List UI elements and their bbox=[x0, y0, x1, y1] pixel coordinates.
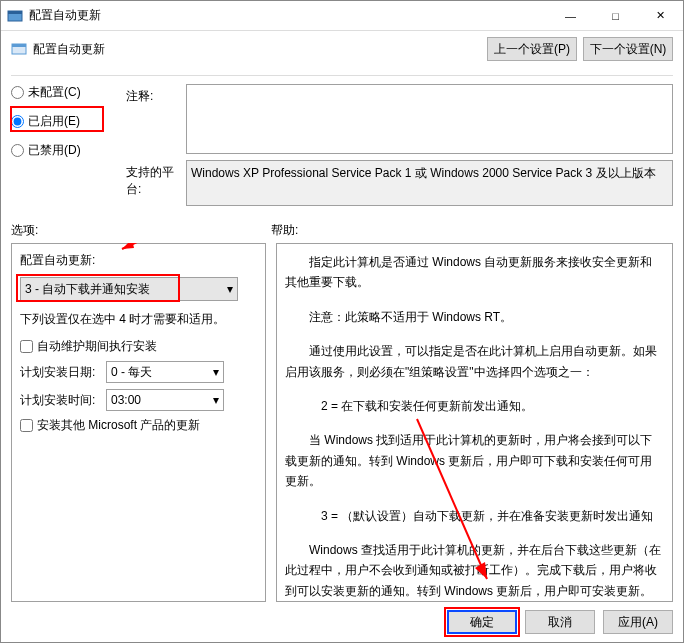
ok-button[interactable]: 确定 bbox=[447, 610, 517, 634]
sched-time-dropdown[interactable]: 03:00 ▾ bbox=[106, 389, 224, 411]
help-p6: 3 = （默认设置）自动下载更新，并在准备安装更新时发出通知 bbox=[285, 506, 664, 526]
svg-line-4 bbox=[122, 243, 187, 249]
help-p3: 通过使用此设置，可以指定是否在此计算机上启用自动更新。如果启用该服务，则必须在"… bbox=[285, 341, 664, 382]
minimize-button[interactable]: — bbox=[548, 1, 593, 31]
apply-button[interactable]: 应用(A) bbox=[603, 610, 673, 634]
policy-title: 配置自动更新 bbox=[33, 41, 105, 58]
window-title: 配置自动更新 bbox=[29, 7, 548, 24]
chevron-down-icon: ▾ bbox=[213, 365, 219, 379]
annotation-highlight-dropdown bbox=[16, 274, 180, 302]
sched-time-label: 计划安装时间: bbox=[20, 392, 98, 409]
titlebar: 配置自动更新 — □ ✕ bbox=[1, 1, 683, 31]
help-p4: 2 = 在下载和安装任何更新前发出通知。 bbox=[285, 396, 664, 416]
separator bbox=[11, 75, 673, 76]
configure-update-label: 配置自动更新: bbox=[20, 252, 257, 269]
platform-label: 支持的平台: bbox=[126, 160, 186, 206]
maint-window-label: 自动维护期间执行安装 bbox=[37, 338, 157, 355]
cancel-button[interactable]: 取消 bbox=[525, 610, 595, 634]
maximize-button[interactable]: □ bbox=[593, 1, 638, 31]
radio-not-configured[interactable] bbox=[11, 86, 24, 99]
help-p2: 注意：此策略不适用于 Windows RT。 bbox=[285, 307, 664, 327]
radio-disabled-label: 已禁用(D) bbox=[28, 142, 81, 159]
options-section-label: 选项: bbox=[11, 222, 271, 239]
sched-time-value: 03:00 bbox=[111, 393, 141, 407]
sched-day-label: 计划安装日期: bbox=[20, 364, 98, 381]
maint-window-checkbox[interactable] bbox=[20, 340, 33, 353]
help-p7: Windows 查找适用于此计算机的更新，并在后台下载这些更新（在此过程中，用户… bbox=[285, 540, 664, 601]
comment-textarea[interactable] bbox=[186, 84, 673, 154]
dialog-button-row: 确定 取消 应用(A) bbox=[1, 602, 683, 642]
radio-disabled[interactable] bbox=[11, 144, 24, 157]
chevron-down-icon: ▾ bbox=[213, 393, 219, 407]
other-ms-products-label: 安装其他 Microsoft 产品的更新 bbox=[37, 417, 200, 434]
next-setting-button[interactable]: 下一个设置(N) bbox=[583, 37, 673, 61]
radio-not-configured-label: 未配置(C) bbox=[28, 84, 81, 101]
help-section-label: 帮助: bbox=[271, 222, 298, 239]
options-note: 下列设置仅在选中 4 时才需要和适用。 bbox=[20, 311, 257, 328]
policy-app-icon bbox=[7, 8, 23, 24]
policy-icon bbox=[11, 41, 27, 57]
options-pane: 配置自动更新: 3 - 自动下载并通知安装 ▾ 下列设置仅在选中 4 时才需要和… bbox=[11, 243, 266, 602]
svg-rect-1 bbox=[8, 11, 22, 14]
svg-marker-5 bbox=[122, 243, 134, 249]
close-button[interactable]: ✕ bbox=[638, 1, 683, 31]
sched-day-dropdown[interactable]: 0 - 每天 ▾ bbox=[106, 361, 224, 383]
platform-text: Windows XP Professional Service Pack 1 或… bbox=[186, 160, 673, 206]
other-ms-products-checkbox[interactable] bbox=[20, 419, 33, 432]
help-pane: 指定此计算机是否通过 Windows 自动更新服务来接收安全更新和其他重要下载。… bbox=[276, 243, 673, 602]
annotation-highlight-enabled bbox=[10, 106, 104, 132]
chevron-down-icon: ▾ bbox=[227, 282, 233, 296]
svg-rect-3 bbox=[12, 44, 26, 47]
sched-day-value: 0 - 每天 bbox=[111, 364, 152, 381]
prev-setting-button[interactable]: 上一个设置(P) bbox=[487, 37, 577, 61]
help-p1: 指定此计算机是否通过 Windows 自动更新服务来接收安全更新和其他重要下载。 bbox=[285, 252, 664, 293]
help-p5: 当 Windows 找到适用于此计算机的更新时，用户将会接到可以下载更新的通知。… bbox=[285, 430, 664, 491]
comment-label: 注释: bbox=[126, 84, 186, 154]
